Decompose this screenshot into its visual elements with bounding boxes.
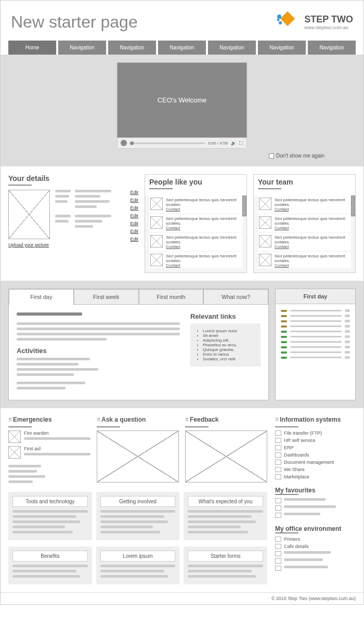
- env-link[interactable]: Cafe details: [275, 544, 356, 549]
- contact-link[interactable]: Contact: [275, 226, 289, 230]
- info-link[interactable]: We Share: [275, 467, 356, 472]
- office-env-widget: My office environment Printers Cafe deta…: [275, 525, 356, 571]
- relevant-links: Lorem ipsum dolor Sit amet Adipiscing el…: [190, 323, 261, 367]
- person-item[interactable]: Sed pellentesque lectus quis hendrerit s…: [258, 214, 351, 233]
- dont-show-checkbox[interactable]: Don't show me again: [269, 153, 324, 159]
- checkbox-icon[interactable]: [269, 153, 274, 159]
- nav-home[interactable]: Home: [8, 41, 56, 55]
- drag-icon[interactable]: ⠿: [97, 417, 99, 423]
- info-link[interactable]: Dashboards: [275, 452, 356, 458]
- person-item[interactable]: Sed pellentesque lectus quis hendrerit s…: [258, 252, 351, 268]
- activities-title: Activities: [17, 347, 180, 355]
- ask-image[interactable]: [97, 431, 179, 482]
- person-item[interactable]: Sed pellentesque lectus quis hendrerit s…: [258, 195, 351, 214]
- page-title: New starter page: [11, 12, 138, 32]
- info-link[interactable]: Marketplace: [275, 474, 356, 479]
- nav-item[interactable]: Navigation: [308, 41, 356, 55]
- drag-icon[interactable]: ⠿: [8, 417, 11, 423]
- info-systems-widget: ⠿Information systems File transfer (FTP)…: [275, 416, 356, 479]
- video-section: CEO's Welcome 0:00 / 4:59 🔊 ⛶ Don't show…: [1, 55, 363, 166]
- person-item[interactable]: Sed pellentesque lectus quis hendrerit s…: [149, 233, 242, 252]
- svg-point-3: [277, 19, 280, 21]
- brand-url: www.steptwo.com.au: [304, 25, 353, 30]
- edit-link[interactable]: Edit: [130, 198, 138, 203]
- contact-link[interactable]: Contact: [275, 263, 289, 268]
- contact-link[interactable]: Contact: [275, 207, 289, 212]
- details-row: Your details Upload your picture: [1, 166, 363, 281]
- nav-item[interactable]: Navigation: [208, 41, 256, 55]
- team-list[interactable]: Sed pellentesque lectus quis hendrerit s…: [258, 195, 351, 268]
- play-button[interactable]: [121, 140, 127, 146]
- contact-link[interactable]: Contact: [166, 226, 180, 230]
- profile-image: [8, 190, 50, 239]
- contact-link[interactable]: Contact: [275, 244, 289, 249]
- scrollbar[interactable]: [242, 195, 246, 216]
- person-item[interactable]: Sed pellentesque lectus quis hendrerit s…: [149, 252, 242, 268]
- fullscreen-icon[interactable]: ⛶: [239, 141, 243, 146]
- nav-item[interactable]: Navigation: [58, 41, 106, 55]
- video-time: 0:00 / 4:59: [208, 141, 228, 146]
- nav-bar: Home Navigation Navigation Navigation Na…: [1, 41, 363, 55]
- card-starter[interactable]: Starter forms: [184, 546, 267, 584]
- edit-link[interactable]: Edit: [130, 190, 138, 195]
- edit-link[interactable]: Edit: [130, 237, 138, 242]
- info-link[interactable]: ERP: [275, 445, 356, 450]
- info-link[interactable]: Document management: [275, 460, 356, 465]
- your-details: Your details Upload your picture: [8, 174, 138, 273]
- scrollbar[interactable]: [351, 195, 355, 216]
- emergencies-widget: ⠿Emergencies Fire warden First aid: [8, 416, 90, 486]
- person-item[interactable]: Sed pellentesque lectus quis hendrerit s…: [149, 214, 242, 233]
- card-benefits[interactable]: Benefits: [8, 546, 92, 584]
- env-link[interactable]: Printers: [275, 537, 356, 542]
- video-player[interactable]: CEO's Welcome: [117, 62, 247, 138]
- favourites-widget: My favourites: [275, 487, 356, 518]
- info-link[interactable]: File transfer (FTP): [275, 431, 356, 436]
- edit-link[interactable]: Edit: [130, 221, 138, 226]
- edit-link[interactable]: Edit: [130, 229, 138, 234]
- volume-icon[interactable]: 🔊: [231, 141, 236, 146]
- tabs-section: First day First week First month What no…: [1, 281, 363, 408]
- feedback-widget: ⠿Feedback: [185, 416, 267, 486]
- edit-link[interactable]: Edit: [130, 213, 138, 218]
- tab-first-day[interactable]: First day: [9, 289, 74, 305]
- contact-link[interactable]: Contact: [166, 263, 180, 268]
- people-like-you: People like you Sed pellentesque lectus …: [145, 174, 247, 273]
- person-item[interactable]: Sed pellentesque lectus quis hendrerit s…: [258, 233, 351, 252]
- brand-logo: STEP TWO www.steptwo.com.au: [275, 8, 353, 35]
- relevant-links-title: Relevant links: [190, 312, 261, 320]
- brand-name: STEP TWO: [304, 14, 353, 25]
- edit-link[interactable]: Edit: [130, 205, 138, 211]
- nav-item[interactable]: Navigation: [158, 41, 206, 55]
- drag-icon[interactable]: ⠿: [275, 417, 278, 423]
- person-item[interactable]: Sed pellentesque lectus quis hendrerit s…: [149, 195, 242, 214]
- svg-rect-0: [280, 11, 295, 26]
- card-lorem[interactable]: Lorem ipsum: [96, 546, 180, 584]
- drag-icon[interactable]: ⠿: [185, 417, 188, 423]
- widgets-section: ⠿Emergencies Fire warden First aid ⠿Ask …: [1, 408, 363, 592]
- svg-point-1: [277, 15, 281, 19]
- tab-what-now[interactable]: What now?: [203, 289, 268, 305]
- contact-link[interactable]: Contact: [166, 244, 180, 249]
- video-controls: 0:00 / 4:59 🔊 ⛶: [117, 138, 247, 149]
- tab-first-week[interactable]: First week: [74, 289, 139, 305]
- info-link[interactable]: HR self service: [275, 438, 356, 443]
- people-list[interactable]: Sed pellentesque lectus quis hendrerit s…: [149, 195, 242, 268]
- header: New starter page STEP TWO www.steptwo.co…: [1, 1, 363, 41]
- upload-link[interactable]: Upload your picture: [8, 242, 50, 247]
- ask-question-widget: ⠿Ask a question: [97, 416, 179, 486]
- card-tools[interactable]: Tools and technology: [8, 492, 92, 540]
- contact-link[interactable]: Contact: [166, 207, 180, 212]
- svg-point-2: [279, 21, 282, 24]
- nav-item[interactable]: Navigation: [258, 41, 306, 55]
- logo-icon: [275, 8, 300, 35]
- feedback-image[interactable]: [185, 431, 267, 482]
- your-team: Your team Sed pellentesque lectus quis h…: [253, 174, 356, 273]
- nav-item[interactable]: Navigation: [108, 41, 156, 55]
- card-expected[interactable]: What's expected of you: [184, 492, 267, 540]
- progress-bar[interactable]: [130, 142, 205, 144]
- card-involved[interactable]: Getting involved: [96, 492, 180, 540]
- footer: © 2015 Step Two (www.steptwo.com.au): [1, 592, 363, 604]
- first-day-panel: First day: [275, 289, 356, 400]
- tab-row: First day First week First month What no…: [9, 289, 268, 305]
- tab-first-month[interactable]: First month: [139, 289, 204, 305]
